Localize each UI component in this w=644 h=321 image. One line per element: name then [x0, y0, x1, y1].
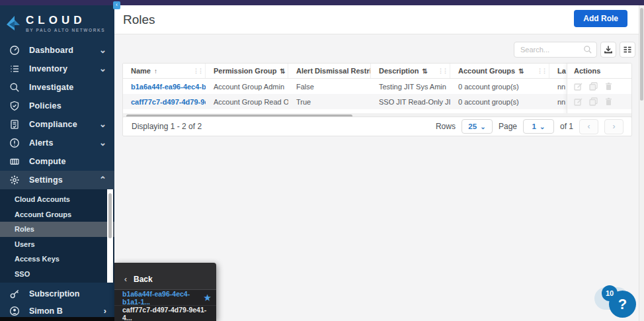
gear-icon	[9, 175, 20, 186]
sidebar-item-users[interactable]: Users	[0, 237, 114, 252]
sort-icon[interactable]: ⇅	[423, 68, 428, 75]
sidebar-item-account-groups[interactable]: Account Groups	[0, 207, 114, 222]
list-icon	[9, 64, 20, 75]
roles-table: Name ↑ ⋮⋮ Permission Group ⇅ ⋮⋮ Alert Di…	[122, 63, 632, 119]
shield-check-icon	[9, 101, 20, 112]
delete-icon[interactable]	[604, 97, 613, 106]
recent-roles-popup: ‹ Back b1a6a44f-ea96-4ec4-b1a1-1... ★ ca…	[114, 263, 216, 321]
user-avatar-icon	[9, 306, 20, 317]
search-icon	[583, 45, 592, 54]
table-toolbar	[514, 42, 635, 58]
sidebar-item-cloud-accounts[interactable]: Cloud Accounts	[0, 192, 114, 207]
page-header: Roles Add Role	[114, 5, 639, 34]
popup-item-list: b1a6a44f-ea96-4ec4-b1a1-1... ★ caff77c7-…	[114, 289, 216, 321]
brand-logo[interactable]: CLOUD BY PALO ALTO NETWORKS	[0, 5, 114, 41]
pagination-controls: Rows 25 ⌄ Page 1 ⌄ of 1 ‹ ›	[436, 119, 624, 134]
star-icon[interactable]: ★	[204, 293, 211, 302]
column-header-actions: Actions	[567, 64, 631, 79]
role-name-link[interactable]: caff77c7-d497-4d79-9e4...	[123, 98, 206, 106]
sidebar-item-settings[interactable]: Settings ⌃	[0, 171, 114, 189]
drag-handle-icon[interactable]: ⋮⋮	[193, 68, 202, 74]
column-settings-button[interactable]	[620, 42, 635, 58]
brand-text: CLOUD BY PALO ALTO NETWORKS	[26, 15, 105, 32]
sort-icon[interactable]: ⇅	[518, 68, 524, 75]
row-actions	[567, 94, 631, 109]
rows-label: Rows	[436, 122, 456, 131]
pagination-summary: Displaying 1 - 2 of 2	[132, 122, 202, 131]
chevron-down-icon: ⌄	[99, 66, 106, 72]
sort-icon[interactable]: ⇅	[280, 68, 285, 75]
server-icon	[9, 156, 20, 167]
previous-page-button[interactable]: ‹	[579, 119, 598, 134]
search-icon	[9, 82, 20, 93]
column-header-account-groups[interactable]: Account Groups ⇅ ⋮⋮	[450, 64, 549, 78]
chevron-left-icon: ‹	[124, 275, 127, 284]
clone-icon[interactable]	[589, 82, 598, 91]
page-scrollbar[interactable]	[639, 5, 644, 321]
sidebar-item-subscription[interactable]: Subscription	[0, 285, 114, 302]
notification-badge: 10	[602, 285, 618, 301]
chevron-down-icon: ⌄	[480, 123, 485, 130]
sidebar-item-access-keys[interactable]: Access Keys	[0, 252, 114, 267]
column-header-permission-group[interactable]: Permission Group ⇅ ⋮⋮	[206, 64, 288, 78]
sort-asc-icon[interactable]: ↑	[154, 68, 157, 75]
column-header-alert-dismissal-restricted[interactable]: Alert Dismissal Restricted ⇅	[288, 64, 371, 78]
drag-handle-icon[interactable]: ⋮⋮	[438, 68, 447, 74]
sidebar-item-sso[interactable]: SSO	[0, 267, 114, 282]
page-total-label: of 1	[560, 122, 573, 131]
key-icon	[9, 289, 20, 300]
sidebar-item-investigate[interactable]: Investigate	[0, 78, 114, 97]
submenu-scrollbar[interactable]	[107, 189, 113, 283]
sidebar-item-policies[interactable]: Policies	[0, 97, 114, 115]
help-widget: 10 ?	[594, 283, 641, 321]
page-select[interactable]: 1 ⌄	[523, 119, 554, 134]
alert-circle-icon	[9, 138, 20, 149]
top-accent-bar	[0, 0, 644, 5]
clone-icon[interactable]	[589, 97, 598, 106]
popup-role-item[interactable]: caff77c7-d497-4d79-9e41-4...	[114, 306, 216, 321]
sidebar-item-compute[interactable]: Compute	[0, 152, 114, 171]
search-box	[514, 42, 597, 58]
sidebar-footer: Subscription Simon B ›	[0, 285, 114, 320]
brand-tagline: BY PALO ALTO NETWORKS	[26, 28, 105, 32]
chevron-left-icon: ‹	[588, 122, 590, 131]
sidebar-item-roles[interactable]: Roles	[0, 222, 114, 237]
page-scrollbar-thumb[interactable]	[640, 8, 643, 101]
question-mark-icon: ?	[618, 296, 627, 313]
chevron-down-icon: ⌄	[99, 47, 106, 54]
actions-sticky-column: Actions	[567, 64, 631, 115]
document-check-icon	[9, 119, 20, 130]
rows-per-page-select[interactable]: 25 ⌄	[462, 119, 493, 134]
sidebar-item-alerts[interactable]: Alerts ⌄	[0, 134, 114, 152]
prisma-triangle-icon	[6, 15, 22, 32]
sidebar-item-dashboard[interactable]: Dashboard ⌄	[0, 41, 114, 60]
drag-handle-icon[interactable]: ⋮⋮	[537, 68, 546, 74]
column-header-last-modified[interactable]: La	[549, 64, 568, 78]
sidebar-item-inventory[interactable]: Inventory ⌄	[0, 60, 114, 78]
edit-icon[interactable]	[574, 97, 583, 106]
chevron-right-icon: ›	[104, 306, 106, 316]
download-button[interactable]	[600, 42, 616, 58]
delete-icon[interactable]	[604, 82, 613, 91]
table-row[interactable]: b1a6a44f-ea96-4ec4-b1... Account Group A…	[123, 79, 631, 94]
table-row[interactable]: caff77c7-d497-4d79-9e4... Account Group …	[123, 94, 631, 109]
table-columns-icon	[623, 45, 632, 54]
brand-name: CLOUD	[26, 15, 105, 26]
add-role-button[interactable]: Add Role	[574, 10, 627, 27]
page-label: Page	[499, 122, 517, 131]
page-title: Roles	[123, 13, 155, 27]
edit-icon[interactable]	[574, 82, 583, 91]
sidebar-collapse-button[interactable]: ‹	[113, 1, 120, 9]
sidebar: CLOUD BY PALO ALTO NETWORKS Dashboard ⌄ …	[0, 5, 114, 321]
role-name-link[interactable]: b1a6a44f-ea96-4ec4-b1...	[123, 83, 206, 91]
submenu-scrollbar-thumb[interactable]	[108, 193, 112, 238]
back-button[interactable]: ‹ Back	[114, 263, 216, 289]
download-icon	[604, 45, 613, 54]
chevron-down-icon: ⌄	[540, 123, 545, 130]
column-header-name[interactable]: Name ↑ ⋮⋮	[123, 64, 206, 78]
popup-role-item[interactable]: b1a6a44f-ea96-4ec4-b1a1-1... ★	[114, 290, 216, 306]
sidebar-item-compliance[interactable]: Compliance ⌄	[0, 115, 114, 134]
column-header-description[interactable]: Description ⇅ ⋮⋮	[371, 64, 450, 78]
sidebar-bottom-strip	[0, 317, 114, 321]
next-page-button[interactable]: ›	[604, 119, 624, 134]
